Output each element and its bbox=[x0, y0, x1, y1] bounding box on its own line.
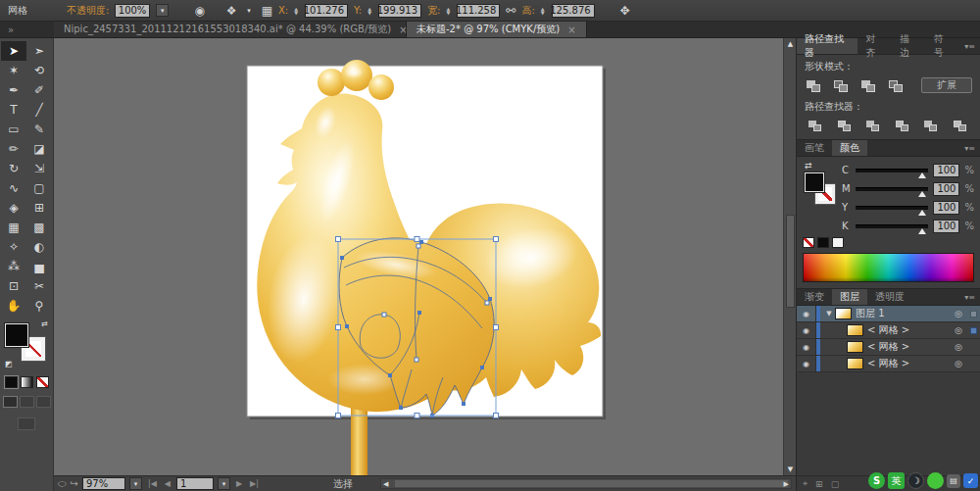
panel-menu-icon[interactable]: ▾≡ bbox=[959, 38, 980, 54]
mesh-thumbnail[interactable] bbox=[847, 341, 863, 353]
ime-mascot-icon[interactable] bbox=[927, 472, 944, 489]
mesh-object-name[interactable]: < 网格 > bbox=[867, 357, 951, 370]
free-distort-icon[interactable]: ✥ bbox=[620, 4, 630, 18]
rotate-tool[interactable]: ↻ bbox=[1, 159, 26, 178]
target-circle-icon[interactable]: ◎ bbox=[951, 309, 966, 319]
ime-logo-icon[interactable]: S bbox=[868, 472, 885, 489]
blob-brush-tool[interactable]: ✐ bbox=[26, 80, 52, 100]
mesh-tool[interactable]: ▦ bbox=[1, 218, 26, 237]
pen-tool[interactable]: ✒ bbox=[1, 80, 26, 100]
artboard-dropdown-icon[interactable]: ▾ bbox=[218, 477, 230, 490]
artboard-tool[interactable]: ⊡ bbox=[1, 276, 26, 296]
visibility-eye-icon[interactable]: ◉ bbox=[797, 306, 816, 321]
new-layer-icon[interactable]: ⊞ bbox=[815, 479, 823, 489]
opacity-dropdown-icon[interactable]: ▾ bbox=[156, 4, 169, 17]
y-input[interactable]: 199.913 bbox=[378, 4, 421, 18]
rectangle-tool[interactable]: ▭ bbox=[1, 120, 26, 139]
magenta-value-input[interactable]: 100 bbox=[933, 182, 959, 196]
screen-mode-button[interactable] bbox=[18, 417, 35, 430]
rooster-comb[interactable] bbox=[368, 74, 394, 100]
canvas-area[interactable]: ▲ ▼ bbox=[54, 38, 796, 475]
crop-button[interactable] bbox=[894, 119, 912, 133]
mesh-object-name[interactable]: < 网格 > bbox=[867, 323, 951, 337]
locate-object-icon[interactable]: ⌖ bbox=[803, 478, 808, 489]
hand-tool[interactable]: ✋ bbox=[1, 296, 26, 316]
document-tab-2[interactable]: 未标题-2* @ 97% (CMYK/预览) × bbox=[407, 22, 587, 37]
selection-tool[interactable]: ➤ bbox=[1, 41, 26, 61]
unite-button[interactable] bbox=[805, 78, 823, 93]
scale-tool[interactable]: ⇲ bbox=[26, 159, 52, 178]
selection-indicator[interactable] bbox=[966, 311, 980, 318]
dock-collapse-icon[interactable]: » bbox=[0, 22, 54, 37]
zoom-tool[interactable]: ⚲ bbox=[26, 296, 52, 316]
merge-button[interactable] bbox=[864, 119, 883, 133]
symbol-sprayer-tool[interactable]: ⁂ bbox=[1, 257, 26, 276]
swap-fill-stroke-icon[interactable]: ⇄ bbox=[805, 161, 812, 171]
panel-menu-icon[interactable]: ▾≡ bbox=[959, 289, 980, 305]
cyan-slider[interactable] bbox=[856, 169, 928, 172]
ime-keyboard-icon[interactable]: ▤ bbox=[947, 474, 960, 488]
scroll-down-icon[interactable]: ▼ bbox=[784, 466, 796, 473]
gradient-tool[interactable]: ▩ bbox=[26, 218, 52, 237]
black-swatch[interactable] bbox=[817, 237, 829, 248]
draw-inside-button[interactable] bbox=[36, 396, 51, 408]
align-icon[interactable]: ❖ bbox=[226, 4, 237, 18]
width-stepper[interactable]: ▲▼ bbox=[446, 7, 450, 15]
slider-thumb[interactable] bbox=[918, 228, 926, 234]
ime-skin-icon[interactable]: ☽ bbox=[907, 472, 924, 489]
tab-align[interactable]: 对齐 bbox=[858, 38, 892, 54]
tab-transparency[interactable]: 透明度 bbox=[867, 289, 912, 305]
tab-layers[interactable]: 图层 bbox=[832, 289, 867, 305]
scroll-right-icon[interactable]: ▶ bbox=[784, 480, 789, 488]
cyan-value-input[interactable]: 100 bbox=[933, 164, 959, 177]
first-artboard-icon[interactable]: |◀ bbox=[146, 479, 159, 488]
target-circle-icon[interactable]: ◎ bbox=[951, 359, 966, 368]
fill-swatch[interactable] bbox=[5, 323, 28, 347]
layer-thumbnail[interactable] bbox=[835, 308, 852, 319]
x-input[interactable]: 101.276 bbox=[305, 4, 348, 18]
type-tool[interactable]: T bbox=[1, 100, 26, 120]
exclude-button[interactable] bbox=[887, 78, 906, 93]
last-artboard-icon[interactable]: ▶| bbox=[248, 479, 261, 488]
target-circle-icon[interactable]: ◎ bbox=[951, 342, 966, 352]
trim-button[interactable] bbox=[836, 119, 855, 133]
rooster-comb[interactable] bbox=[318, 69, 345, 96]
black-value-input[interactable]: 100 bbox=[933, 220, 959, 233]
direct-selection-tool[interactable]: ➣ bbox=[26, 41, 52, 61]
next-artboard-icon[interactable]: ▶ bbox=[234, 479, 244, 488]
layer-row-mesh3[interactable]: ◉ < 网格 > ◎ bbox=[797, 356, 980, 372]
default-swatches-icon[interactable]: ◩ bbox=[5, 360, 13, 368]
prev-artboard-icon[interactable]: ◀ bbox=[163, 479, 172, 488]
scroll-up-icon[interactable]: ▲ bbox=[784, 40, 796, 48]
tab-symbols[interactable]: 符号 bbox=[926, 38, 960, 54]
ime-badge-icon[interactable]: ✓ bbox=[963, 473, 978, 488]
scroll-left-icon[interactable]: ◀ bbox=[383, 480, 388, 488]
black-slider[interactable] bbox=[856, 224, 928, 228]
yellow-value-input[interactable]: 100 bbox=[933, 201, 959, 215]
yellow-slider[interactable] bbox=[856, 206, 928, 210]
slider-thumb[interactable] bbox=[918, 191, 926, 197]
slider-thumb[interactable] bbox=[918, 210, 926, 216]
width-input[interactable]: 111.258 bbox=[457, 4, 500, 18]
vertical-scroll-thumb[interactable] bbox=[786, 215, 795, 308]
recolor-artwork-icon[interactable]: ◉ bbox=[194, 4, 204, 18]
layer-row-mesh1[interactable]: ◉ < 网格 > ◎ bbox=[797, 322, 980, 339]
horizontal-scroll-thumb[interactable] bbox=[395, 480, 788, 487]
graph-tool[interactable]: ▅ bbox=[26, 257, 52, 276]
layer-name[interactable]: 图层 1 bbox=[856, 307, 951, 320]
line-segment-tool[interactable]: ╱ bbox=[26, 100, 52, 120]
swap-fill-stroke-icon[interactable]: ⇄ bbox=[41, 319, 48, 328]
x-stepper[interactable]: ▲▼ bbox=[294, 7, 298, 15]
color-spectrum-bar[interactable] bbox=[803, 253, 974, 282]
pencil-tool[interactable]: ✏ bbox=[1, 139, 26, 159]
tab-brushes[interactable]: 画笔 bbox=[797, 140, 832, 156]
layer-row-layer1[interactable]: ◉ ▼ 图层 1 ◎ bbox=[797, 306, 980, 322]
close-icon[interactable]: × bbox=[399, 25, 407, 35]
tab-gradient[interactable]: 渐变 bbox=[797, 289, 832, 305]
close-icon[interactable]: × bbox=[567, 25, 575, 35]
horizontal-scrollbar[interactable]: ◀ ▶ bbox=[380, 478, 792, 489]
minus-front-button[interactable] bbox=[832, 78, 851, 93]
magenta-slider[interactable] bbox=[856, 187, 928, 191]
status-pill-icon[interactable]: ⬭ bbox=[58, 478, 67, 490]
opacity-input[interactable]: 100% bbox=[115, 4, 150, 18]
